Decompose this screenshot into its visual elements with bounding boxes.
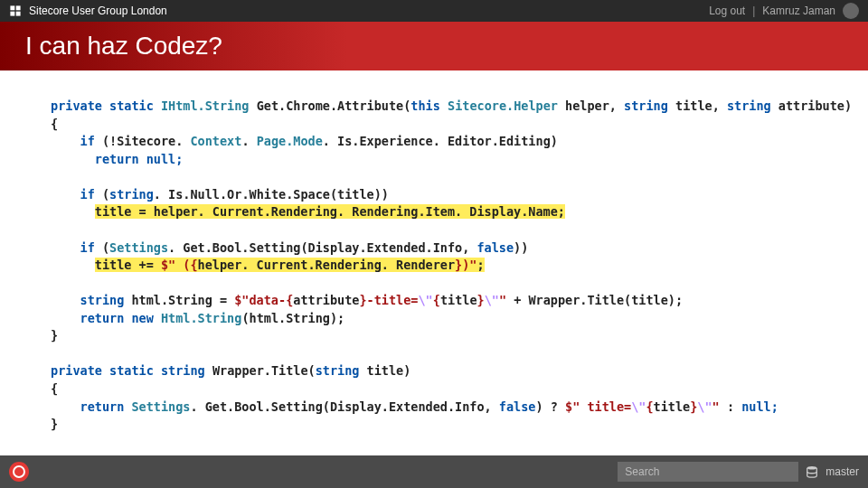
keyword: string bbox=[109, 187, 154, 202]
sitecore-logo-icon bbox=[9, 5, 22, 17]
topbar-title: Sitecore User Group London bbox=[29, 5, 167, 17]
code-block: private static IHtml.String Get.Chrome.A… bbox=[0, 70, 868, 434]
keyword: string bbox=[624, 99, 668, 113]
avatar[interactable] bbox=[843, 3, 859, 19]
code-text: (html.String); bbox=[241, 311, 344, 325]
code-text: title += bbox=[95, 258, 161, 272]
code-text: { bbox=[51, 381, 58, 396]
topbar: Sitecore User Group London Log out | Kam… bbox=[0, 0, 868, 22]
string: " bbox=[712, 399, 720, 414]
code-text: Wrapper.Title( bbox=[212, 363, 316, 378]
code-text: . bbox=[241, 134, 256, 148]
code-text: { bbox=[51, 117, 58, 131]
string-escape: \" bbox=[697, 399, 712, 414]
string: } bbox=[477, 293, 485, 307]
string: $" ({ bbox=[161, 258, 198, 272]
database-label[interactable]: master bbox=[826, 465, 859, 478]
highlighted-code: title = helper. Current.Rendering. Rende… bbox=[95, 204, 565, 219]
string-escape: \" bbox=[631, 399, 646, 414]
string: $"data-{ bbox=[234, 293, 293, 307]
keyword: string bbox=[80, 293, 125, 307]
keyword: return bbox=[80, 311, 125, 325]
footer-left bbox=[9, 462, 29, 482]
type: Settings bbox=[131, 399, 190, 414]
svg-rect-3 bbox=[16, 12, 21, 16]
code-text: . Get.Bool.Setting(Display.Extended.Info… bbox=[190, 399, 498, 414]
code-text: . Is.Null.Or.White.Space(title)) bbox=[154, 187, 389, 202]
keyword: string bbox=[727, 99, 771, 113]
code-text: html.String = bbox=[131, 293, 234, 307]
logout-link[interactable]: Log out bbox=[709, 5, 745, 17]
keyword: private bbox=[51, 99, 102, 113]
code-text: . Is.Experience. Editor.Editing) bbox=[323, 134, 558, 148]
code-text: (!Sitecore. bbox=[102, 134, 191, 148]
keyword: if bbox=[80, 240, 95, 255]
svg-rect-2 bbox=[10, 12, 14, 16]
keyword: static bbox=[109, 99, 154, 113]
type: Settings bbox=[109, 240, 168, 255]
type: IHtml.String bbox=[161, 99, 250, 113]
type: Html.String bbox=[161, 311, 241, 325]
string: $" title= bbox=[565, 399, 631, 414]
string: " bbox=[499, 293, 506, 307]
code-text: )) bbox=[514, 240, 528, 255]
code-text: . Get.Bool.Setting(Display.Extended.Info… bbox=[168, 240, 476, 255]
code-text: ; bbox=[476, 258, 484, 272]
topbar-left: Sitecore User Group London bbox=[9, 5, 167, 17]
hero-banner: I can haz Codez? bbox=[0, 22, 868, 70]
code-text: ( bbox=[102, 187, 109, 202]
string: } bbox=[359, 293, 366, 307]
search-input[interactable] bbox=[618, 462, 798, 482]
string: { bbox=[433, 293, 440, 307]
keyword: null; bbox=[741, 399, 778, 414]
keyword: return bbox=[95, 152, 139, 166]
keyword: private bbox=[51, 363, 102, 378]
keyword: string bbox=[316, 363, 360, 378]
keyword: return bbox=[80, 399, 125, 414]
string: { bbox=[646, 399, 653, 414]
code-text: title, bbox=[675, 99, 727, 113]
footer-right: master bbox=[618, 462, 859, 482]
code-text: Get.Chrome.Attribute( bbox=[257, 99, 411, 113]
sitecore-circle-icon[interactable] bbox=[9, 462, 29, 482]
code-text: attribute bbox=[293, 293, 359, 307]
code-text: : bbox=[720, 399, 741, 414]
code-text: attribute) bbox=[778, 99, 852, 113]
username-label[interactable]: Kamruz Jaman bbox=[762, 5, 835, 17]
code-text: ) ? bbox=[535, 399, 565, 414]
code-text: ( bbox=[102, 240, 109, 255]
code-text: + Wrapper.Title(title); bbox=[506, 293, 683, 307]
string: -title= bbox=[367, 293, 419, 307]
code-text: helper, bbox=[565, 99, 624, 113]
svg-point-4 bbox=[807, 466, 817, 470]
code-text: title bbox=[654, 399, 691, 414]
code-text: } bbox=[51, 328, 58, 343]
divider: | bbox=[752, 5, 755, 17]
database-icon bbox=[806, 465, 818, 478]
keyword: string bbox=[161, 363, 205, 378]
type: Sitecore.Helper bbox=[448, 99, 558, 113]
keyword: null; bbox=[146, 152, 184, 166]
keyword: new bbox=[131, 311, 153, 325]
code-text: } bbox=[51, 417, 58, 431]
string: })" bbox=[455, 258, 476, 272]
page-title: I can haz Codez? bbox=[25, 32, 222, 61]
type: Context bbox=[190, 134, 241, 148]
code-text: title bbox=[440, 293, 477, 307]
topbar-right: Log out | Kamruz Jaman bbox=[709, 3, 859, 19]
keyword: if bbox=[80, 187, 95, 202]
code-text: title) bbox=[367, 363, 411, 378]
svg-rect-0 bbox=[10, 5, 14, 10]
svg-rect-1 bbox=[16, 5, 21, 10]
string-escape: \" bbox=[485, 293, 499, 307]
code-text: helper. Current.Rendering. Renderer bbox=[198, 258, 455, 272]
keyword: false bbox=[476, 240, 514, 255]
keyword: static bbox=[109, 363, 154, 378]
type: Page.Mode bbox=[257, 134, 323, 148]
footer: master bbox=[0, 455, 868, 488]
keyword: if bbox=[80, 134, 95, 148]
keyword: this bbox=[410, 99, 440, 113]
keyword: false bbox=[499, 399, 536, 414]
string-escape: \" bbox=[418, 293, 432, 307]
